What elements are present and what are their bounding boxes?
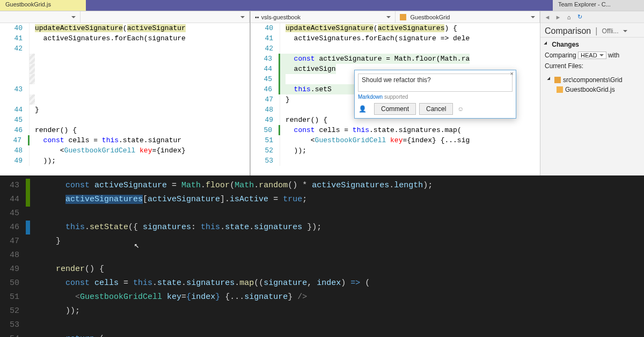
expander-icon[interactable] bbox=[544, 41, 550, 47]
crumb-class[interactable]: GuestbookGrid bbox=[396, 11, 540, 23]
chevron-down-icon bbox=[71, 16, 76, 20]
crumb-left-2[interactable] bbox=[80, 11, 250, 23]
file-icon bbox=[557, 86, 563, 93]
tree-file-label: GuestbookGrid.js bbox=[565, 86, 615, 93]
comparing-dropdown[interactable]: HEAD bbox=[578, 52, 606, 59]
home-icon[interactable]: ⌂ bbox=[565, 13, 573, 21]
comparing-label: Comparing bbox=[545, 52, 576, 59]
forward-icon[interactable]: ► bbox=[554, 13, 562, 21]
chevron-down-icon bbox=[531, 16, 535, 20]
expander-icon bbox=[547, 77, 553, 83]
code-body-left[interactable]: 40updateActiveSignature(activeSignatur41… bbox=[0, 23, 250, 175]
comment-button[interactable]: Comment bbox=[374, 103, 416, 115]
markdown-supported-note: Markdown supported bbox=[358, 94, 513, 100]
file-tree: src\components\Grid GuestbookGrid.js bbox=[540, 73, 644, 94]
explorer-section-title: Comparison | Offli... bbox=[540, 23, 644, 37]
folder-icon bbox=[554, 77, 561, 83]
explorer-changes-section: Changes bbox=[540, 37, 644, 52]
with-label: with bbox=[608, 52, 619, 59]
close-icon[interactable]: × bbox=[510, 70, 514, 77]
cancel-button[interactable]: Cancel bbox=[419, 103, 453, 115]
chevron-down-icon bbox=[240, 16, 245, 20]
crumb-class-label: GuestbookGrid bbox=[411, 14, 450, 20]
current-files-label: Current Files: bbox=[545, 62, 583, 70]
breadcrumb-bar-left bbox=[0, 11, 250, 23]
chevron-down-icon[interactable] bbox=[623, 30, 627, 34]
file-tab-guestbookgrid[interactable]: GuestbookGrid.js bbox=[0, 0, 86, 11]
panel-tab-team-explorer[interactable]: Team Explorer - C... bbox=[553, 0, 644, 11]
changes-heading: Changes bbox=[552, 41, 579, 48]
diff-explorer-area: 40updateActiveSignature(activeSignatur41… bbox=[0, 11, 644, 175]
person-icon[interactable]: 👤 bbox=[358, 105, 367, 113]
refresh-icon[interactable]: ↻ bbox=[576, 13, 583, 21]
crumb-left-1[interactable] bbox=[0, 11, 80, 23]
diff-left-pane: 40updateActiveSignature(activeSignatur41… bbox=[0, 11, 251, 175]
comparison-subtitle: Offli... bbox=[602, 27, 618, 35]
breadcrumb-bar-right: ••vsls-guestbook GuestbookGrid bbox=[251, 11, 540, 23]
crumb-project-label: vsls-guestbook bbox=[261, 14, 301, 20]
comparison-title: Comparison bbox=[545, 26, 591, 36]
explorer-toolbar: ◄ ► ⌂ ↻ bbox=[540, 11, 644, 23]
tree-folder-label: src\components\Grid bbox=[563, 76, 623, 84]
tree-folder[interactable]: src\components\Grid bbox=[548, 75, 640, 85]
tree-file[interactable]: GuestbookGrid.js bbox=[557, 85, 640, 94]
emoji-icon[interactable]: ☺ bbox=[456, 105, 465, 113]
back-icon[interactable]: ◄ bbox=[544, 13, 551, 21]
comment-dialog: × Should we refactor this? Markdown supp… bbox=[354, 70, 516, 119]
class-icon bbox=[400, 14, 406, 20]
current-files-label-row: Current Files: bbox=[540, 62, 644, 73]
comparing-row: Comparing HEAD with bbox=[540, 52, 644, 62]
comparing-value: HEAD bbox=[581, 52, 597, 58]
team-explorer-panel: ◄ ► ⌂ ↻ Comparison | Offli... Changes Co… bbox=[540, 11, 644, 175]
editor-dark-pane[interactable]: 43 const activeSignature = Math.floor(Ma… bbox=[0, 175, 644, 337]
dialog-actions: 👤 Comment Cancel ☺ bbox=[358, 103, 513, 115]
tab-strip: GuestbookGrid.js Team Explorer - C... bbox=[0, 0, 644, 11]
chevron-down-icon bbox=[599, 54, 604, 58]
crumb-project[interactable]: ••vsls-guestbook bbox=[251, 11, 396, 23]
comment-input[interactable]: Should we refactor this? bbox=[358, 74, 513, 92]
chevron-down-icon bbox=[386, 16, 391, 20]
